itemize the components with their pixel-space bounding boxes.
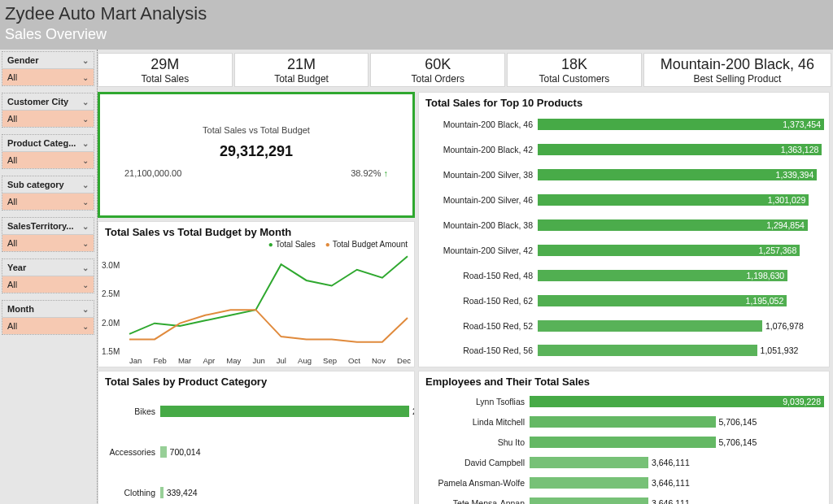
kpi-total-orders[interactable]: 60KTotal Orders (370, 53, 505, 87)
bar-track: 9,039,228 (530, 396, 824, 407)
chart-monthly[interactable]: Total Sales vs Total Budget by Month Tot… (98, 221, 415, 367)
chevron-down-icon: ⌄ (82, 305, 89, 314)
kpi-card-budget: 21,100,000.00 (124, 168, 181, 178)
chevron-down-icon: ⌄ (82, 198, 89, 206)
kpi-label: Best Selling Product (693, 73, 781, 85)
kpi-label: Total Orders (412, 73, 464, 85)
bar-track: 1,339,394 (538, 169, 824, 180)
bar-row: Accessories 700,014 (103, 444, 409, 460)
bar-row: Lynn Tsoflias 9,039,228 (424, 393, 824, 410)
kpi-value: 29M (150, 56, 179, 73)
bar-value: 3,646,111 (648, 497, 690, 505)
bar-row: Road-150 Red, 48 1,198,630 (424, 267, 824, 284)
kpi-total-customers[interactable]: 18KTotal Customers (507, 53, 642, 87)
filter-value: All (7, 155, 17, 165)
chart-category[interactable]: Total Sales by Product Category Bikes 28… (98, 371, 415, 504)
page-title: Zydee Auto Mart Analysis (5, 3, 828, 24)
bar-value: 1,363,128 (778, 144, 822, 155)
chevron-down-icon: ⌄ (82, 239, 89, 248)
bar-row: Shu Ito 5,706,145 (424, 434, 824, 450)
bar-track: 1,076,978 (538, 320, 824, 332)
bar-row: Mountain-200 Silver, 38 1,339,394 (424, 167, 824, 183)
bar-label: Road-150 Red, 62 (424, 296, 538, 306)
arrow-up-icon: ↑ (384, 168, 389, 178)
chart-legend: Total Sales Total Budget Amount (98, 240, 414, 249)
kpi-card-title: Total Sales vs Total Budget (203, 125, 310, 135)
chart-bars: Bikes 28,272,853 Accessories 700,014 Clo… (98, 389, 414, 504)
bar-track: 339,424 (160, 487, 409, 498)
kpi-value: 18K (561, 56, 587, 73)
chart-bars: Mountain-200 Black, 46 1,373,454 Mountai… (419, 111, 829, 367)
bar-label: David Campbell (424, 458, 530, 467)
filter-value: All (7, 321, 17, 331)
bar-track: 700,014 (160, 446, 409, 458)
bar-label: Mountain-200 Black, 38 (424, 220, 538, 230)
bar-label: Lynn Tsoflias (424, 397, 530, 406)
bar-track: 1,257,368 (538, 245, 824, 256)
filter-label: SalesTerritory... (7, 221, 74, 231)
kpi-total-sales[interactable]: 29MTotal Sales (98, 53, 233, 87)
bar-row: Mountain-200 Black, 42 1,363,128 (424, 141, 824, 158)
bar-value: 28,272,853 (409, 406, 414, 417)
bar-value: 700,014 (167, 446, 201, 458)
bar-fill (538, 345, 757, 356)
bar-row: Bikes 28,272,853 (103, 403, 409, 419)
chevron-down-icon: ⌄ (82, 73, 89, 82)
bar-label: Clothing (103, 488, 160, 497)
chart-employees[interactable]: Employees and Their Total Sales Lynn Tso… (418, 371, 830, 504)
bar-track: 1,301,029 (538, 194, 824, 206)
bar-value: 1,195,052 (743, 295, 787, 306)
bar-track: 3,646,111 (530, 457, 824, 468)
page-subtitle: Sales Overview (5, 26, 828, 43)
chevron-down-icon: ⌄ (82, 98, 89, 106)
kpi-value: 21M (287, 56, 316, 73)
filter-value: All (7, 197, 17, 206)
chart-title: Total Sales vs Total Budget by Month (98, 222, 414, 240)
chart-title: Employees and Their Total Sales (419, 371, 829, 389)
chart-plot-area: 3.0M2.5M2.0M1.5M (102, 250, 411, 354)
filter-salesterritory-[interactable]: SalesTerritory...⌄ All⌄ (2, 217, 94, 252)
filter-month[interactable]: Month⌄ All⌄ (2, 300, 94, 335)
filter-gender[interactable]: Gender⌄ All⌄ (2, 51, 94, 86)
bar-row: Mountain-200 Silver, 42 1,257,368 (424, 242, 824, 259)
filter-label: Customer City (7, 97, 68, 106)
bar-track: 3,646,111 (530, 497, 824, 505)
bar-track: 5,706,145 (530, 416, 824, 428)
filter-label: Year (7, 263, 26, 272)
bar-fill (530, 437, 716, 448)
filter-label: Month (7, 304, 34, 314)
bar-value: 1,339,394 (773, 169, 818, 180)
bar-label: Road-150 Red, 52 (424, 321, 538, 331)
bar-label: Mountain-200 Silver, 42 (424, 245, 538, 255)
chevron-down-icon: ⌄ (82, 180, 89, 189)
header: Zydee Auto Mart Analysis Sales Overview (0, 0, 833, 50)
bar-fill (538, 320, 762, 332)
filter-product-categ-[interactable]: Product Categ...⌄ All⌄ (2, 134, 94, 169)
filters-panel: Gender⌄ All⌄Customer City⌄ All⌄Product C… (0, 50, 98, 504)
bar-track: 1,195,052 (538, 295, 824, 306)
bar-track: 5,706,145 (530, 437, 824, 448)
filter-sub-category[interactable]: Sub category⌄ All⌄ (2, 176, 94, 211)
bar-row: Road-150 Red, 52 1,076,978 (424, 318, 824, 334)
filter-value: All (7, 114, 17, 124)
kpi-total-budget[interactable]: 21MTotal Budget (234, 53, 369, 87)
bar-track: 1,294,854 (538, 219, 824, 231)
chevron-down-icon: ⌄ (82, 56, 89, 65)
kpi-card-sales-vs-budget[interactable]: Total Sales vs Total Budget 29,312,291 2… (98, 92, 415, 218)
bar-value: 1,294,854 (763, 219, 808, 231)
kpi-value: Mountain-200 Black, 46 (661, 56, 814, 73)
kpi-best-selling-product[interactable]: Mountain-200 Black, 46Best Selling Produ… (643, 53, 831, 87)
filter-customer-city[interactable]: Customer City⌄ All⌄ (2, 93, 94, 128)
bar-label: Mountain-200 Black, 46 (424, 119, 538, 129)
bar-row: Road-150 Red, 56 1,051,932 (424, 342, 824, 358)
bar-value: 339,424 (164, 487, 198, 498)
bar-track: 3,646,111 (530, 477, 824, 489)
chart-top10[interactable]: Total Sales for Top 10 Products Mountain… (418, 92, 830, 367)
filter-value: All (7, 238, 17, 248)
legend-sales: Total Sales (268, 240, 316, 249)
bar-track: 1,363,128 (538, 144, 824, 155)
bar-row: Mountain-200 Silver, 46 1,301,029 (424, 192, 824, 208)
bar-fill (530, 457, 648, 468)
filter-year[interactable]: Year⌄ All⌄ (2, 259, 94, 293)
bar-label: Tete Mensa-Annan (424, 498, 530, 505)
